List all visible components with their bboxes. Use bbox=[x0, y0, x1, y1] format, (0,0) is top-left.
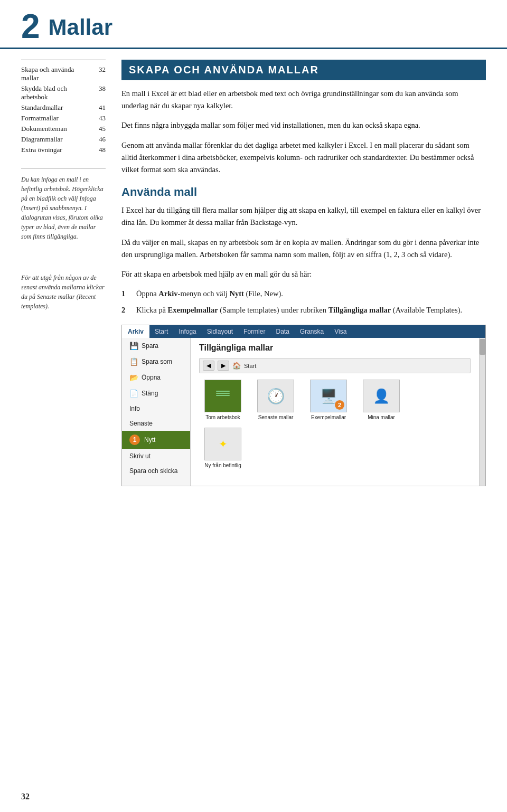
chapter-title: Mallar bbox=[49, 15, 112, 43]
toc-row: Skydda blad och arbetsbok 38 bbox=[21, 83, 106, 102]
main-layout: Skapa och använda mallar 32 Skydda blad … bbox=[0, 49, 507, 497]
template-ny-fran-befintlig[interactable]: ✦ Ny från befintlig bbox=[199, 428, 247, 468]
sidebar-note-1: Du kan infoga en mall i en befintlig arb… bbox=[21, 175, 106, 241]
toc-divider bbox=[21, 60, 106, 60]
sidebar-oppna[interactable]: 📂 Öppna bbox=[122, 370, 190, 385]
toc-divider-bottom bbox=[21, 168, 106, 168]
toc-row: Formatmallar 43 bbox=[21, 113, 106, 124]
toc-item-label: Dokumentteman bbox=[21, 124, 91, 134]
toc-table: Skapa och använda mallar 32 Skydda blad … bbox=[21, 64, 106, 155]
template-tom-arbetsbok[interactable]: Tom arbetsbok bbox=[199, 380, 247, 420]
ribbon-tab-infoga[interactable]: Infoga bbox=[173, 325, 201, 338]
sidebar-senaste[interactable]: Senaste bbox=[122, 416, 190, 431]
sidebar-info[interactable]: Info bbox=[122, 401, 190, 416]
body-para-3: Då du väljer en mall, skapas en ny arbet… bbox=[121, 237, 486, 261]
toc-row: Diagrammallar 46 bbox=[21, 134, 106, 145]
spara-som-icon: 📋 bbox=[129, 357, 138, 366]
toc-item-label: Diagrammallar bbox=[21, 134, 91, 145]
step-1-number: 1 bbox=[121, 288, 131, 300]
sidebar-oppna-label: Öppna bbox=[142, 374, 161, 381]
toc-row: Standardmallar 41 bbox=[21, 102, 106, 113]
body-para-2: I Excel har du tillgång till flera malla… bbox=[121, 204, 486, 229]
person-icon: 👤 bbox=[373, 388, 390, 404]
step-2: 2 Klicka på Exempelmallar (Sample templa… bbox=[121, 304, 486, 316]
template-icon-ny-fran: ✦ bbox=[204, 428, 241, 460]
ribbon-tab-start[interactable]: Start bbox=[149, 325, 173, 338]
scrollbar-thumb bbox=[480, 339, 485, 355]
sidebar-stang-label: Stäng bbox=[142, 390, 158, 397]
sidebar-stang[interactable]: 📄 Stäng bbox=[122, 385, 190, 401]
toc-row: Dokumentteman 45 bbox=[21, 124, 106, 134]
toc-item-page: 48 bbox=[91, 145, 106, 155]
ribbon-tab-data[interactable]: Data bbox=[270, 325, 294, 338]
sidebar-spara-skicka-label: Spara och skicka bbox=[129, 467, 177, 475]
sidebar-spara-label: Spara bbox=[142, 342, 158, 350]
star-icon: ✦ bbox=[219, 438, 228, 450]
body-para-4: För att skapa en arbetsbok med hjälp av … bbox=[121, 268, 486, 280]
toc-item-label: Formatmallar bbox=[21, 113, 91, 124]
section-title: SKAPA OCH ANVÄNDA MALLAR bbox=[121, 60, 486, 80]
template-label-mina-mallar: Mina mallar bbox=[368, 414, 395, 420]
toc-item-label: Extra övningar bbox=[21, 145, 91, 155]
step-circle-2: 2 bbox=[335, 400, 344, 410]
page-header: 2 Mallar bbox=[0, 0, 507, 49]
sidebar-nytt[interactable]: 1 Nytt bbox=[122, 431, 190, 449]
toc-item-page: 43 bbox=[91, 113, 106, 124]
excel-body: 💾 Spara 📋 Spara som 📂 Öppna 📄 Stäng bbox=[122, 338, 485, 486]
sidebar-spara-som[interactable]: 📋 Spara som bbox=[122, 354, 190, 370]
sidebar-spara-skicka[interactable]: Spara och skicka bbox=[122, 464, 190, 478]
template-exempelmallar[interactable]: 🖥️ 2 Exempelmallar bbox=[305, 380, 352, 420]
floppy-icon: 💾 bbox=[129, 342, 138, 350]
excel-main-backstage: Tillgängliga mallar ◀ ▶ 🏠 Start bbox=[191, 338, 479, 486]
ribbon-tab-formler[interactable]: Formler bbox=[238, 325, 270, 338]
intro-para-2: Det finns några inbyggda mallar som följ… bbox=[121, 119, 486, 131]
step-1: 1 Öppna Arkiv-menyn och välj Nytt (File,… bbox=[121, 288, 486, 300]
page-number: 32 bbox=[21, 792, 30, 801]
excel-screenshot: Arkiv Start Infoga Sidlayout Formler Dat… bbox=[121, 325, 486, 486]
excel-scrollbar[interactable] bbox=[479, 338, 485, 486]
toc-item-page: 45 bbox=[91, 124, 106, 134]
template-icon-senaste: 🕐 bbox=[257, 380, 294, 412]
subsection-title: Använda mall bbox=[121, 185, 486, 199]
ribbon-tab-sidlayout[interactable]: Sidlayout bbox=[202, 325, 238, 338]
toc-item-page: 32 bbox=[91, 64, 106, 83]
sidebar-spara-som-label: Spara som bbox=[142, 358, 172, 365]
template-label-ny-fran: Ny från befintlig bbox=[204, 462, 241, 468]
template-icon-mina-mallar: 👤 bbox=[363, 380, 400, 412]
step-2-number: 2 bbox=[121, 304, 131, 316]
template-icon-tom-arbetsbok bbox=[204, 380, 241, 412]
step-circle-1: 1 bbox=[129, 435, 140, 445]
template-mina-mallar[interactable]: 👤 Mina mallar bbox=[358, 380, 405, 420]
excel-ribbon: Arkiv Start Infoga Sidlayout Formler Dat… bbox=[122, 325, 485, 338]
template-icon-exempelmallar: 🖥️ 2 bbox=[310, 380, 347, 412]
sidebar-info-label: Info bbox=[129, 405, 140, 412]
template-senaste-mallar[interactable]: 🕐 Senaste mallar bbox=[252, 380, 299, 420]
intro-para-1: En mall i Excel är ett blad eller en arb… bbox=[121, 88, 486, 112]
ribbon-tab-arkiv[interactable]: Arkiv bbox=[122, 325, 149, 338]
computer-icon: 🖥️ bbox=[320, 388, 337, 404]
toc-item-label: Skapa och använda mallar bbox=[21, 64, 91, 83]
sidebar-spara[interactable]: 💾 Spara bbox=[122, 338, 190, 354]
toc-item-page: 46 bbox=[91, 134, 106, 145]
sidebar-nytt-label: Nytt bbox=[144, 436, 155, 443]
nav-path: Start bbox=[244, 363, 256, 369]
step-1-text: Öppna Arkiv-menyn och välj Nytt (File, N… bbox=[136, 288, 283, 300]
nav-forward-btn[interactable]: ▶ bbox=[218, 361, 229, 371]
excel-backstage-sidebar: 💾 Spara 📋 Spara som 📂 Öppna 📄 Stäng bbox=[122, 338, 191, 486]
toc-row: Extra övningar 48 bbox=[21, 145, 106, 155]
template-label-senaste: Senaste mallar bbox=[258, 414, 294, 420]
template-label-tom-arbetsbok: Tom arbetsbok bbox=[205, 414, 240, 420]
backstage-main-title: Tillgängliga mallar bbox=[199, 343, 471, 353]
toc-item-page: 38 bbox=[91, 83, 106, 102]
sidebar-senaste-label: Senaste bbox=[129, 420, 153, 427]
oppna-icon: 📂 bbox=[129, 373, 138, 382]
template-label-exempelmallar: Exempelmallar bbox=[311, 414, 346, 420]
nav-back-btn[interactable]: ◀ bbox=[203, 361, 214, 371]
stang-icon: 📄 bbox=[129, 389, 138, 398]
chapter-number: 2 bbox=[21, 10, 40, 43]
ribbon-tab-visa[interactable]: Visa bbox=[329, 325, 352, 338]
ribbon-tab-granska[interactable]: Granska bbox=[295, 325, 329, 338]
sidebar-skriv-ut[interactable]: Skriv ut bbox=[122, 449, 190, 464]
step-2-text: Klicka på Exempelmallar (Sample template… bbox=[136, 304, 462, 316]
sidebar: Skapa och använda mallar 32 Skydda blad … bbox=[21, 60, 106, 486]
